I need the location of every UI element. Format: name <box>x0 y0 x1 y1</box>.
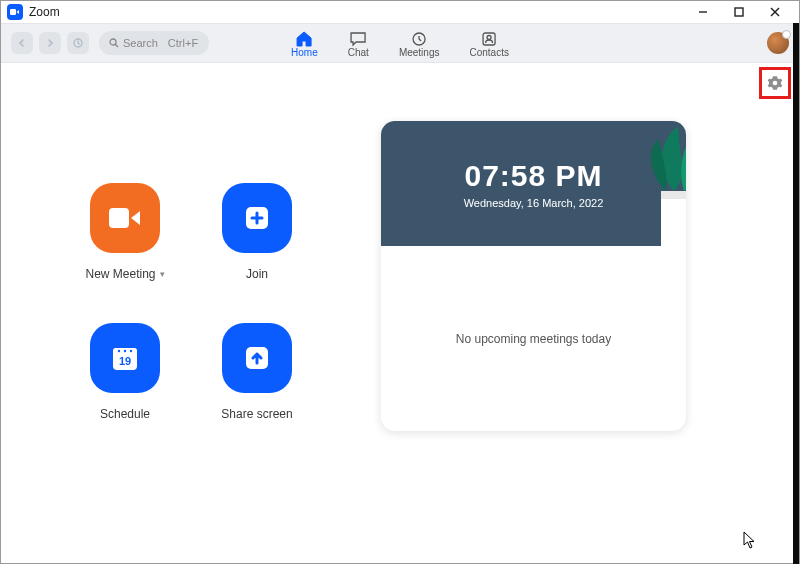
home-icon <box>295 31 313 47</box>
plant-decoration <box>606 121 686 246</box>
tab-contacts-label: Contacts <box>469 47 508 58</box>
tab-chat[interactable]: Chat <box>348 24 369 62</box>
forward-button[interactable] <box>39 32 61 54</box>
clock-icon <box>410 31 428 47</box>
svg-point-16 <box>124 350 126 352</box>
svg-point-17 <box>130 350 132 352</box>
new-meeting-label: New Meeting <box>85 267 155 281</box>
svg-rect-0 <box>10 9 16 15</box>
arrow-up-icon <box>242 343 272 373</box>
search-placeholder: Search <box>123 37 158 49</box>
tab-meetings[interactable]: Meetings <box>399 24 440 62</box>
clock-date: Wednesday, 16 March, 2022 <box>464 197 604 209</box>
upcoming-body: No upcoming meetings today <box>381 246 686 431</box>
close-button[interactable] <box>757 1 793 23</box>
cursor-icon <box>743 531 757 549</box>
contacts-icon <box>480 31 498 47</box>
video-icon <box>108 205 142 231</box>
share-screen-button[interactable] <box>222 323 292 393</box>
window-shadow <box>793 23 799 564</box>
new-meeting-button[interactable] <box>90 183 160 253</box>
chat-icon <box>349 31 367 47</box>
join-label: Join <box>246 267 268 281</box>
gear-icon[interactable] <box>767 75 783 91</box>
toolbar: Search Ctrl+F Home Chat Meetings Contact… <box>1 23 799 63</box>
minimize-button[interactable] <box>685 1 721 23</box>
svg-point-10 <box>487 35 491 39</box>
upcoming-text: No upcoming meetings today <box>456 332 611 346</box>
zoom-app-icon <box>7 4 23 20</box>
tab-meetings-label: Meetings <box>399 47 440 58</box>
avatar[interactable] <box>767 32 789 54</box>
titlebar: Zoom <box>1 1 799 23</box>
upcoming-card: 07:58 PM Wednesday, 16 March, 2022 No up… <box>381 121 686 431</box>
app-title: Zoom <box>29 5 60 19</box>
tab-chat-label: Chat <box>348 47 369 58</box>
svg-rect-21 <box>661 191 686 199</box>
clock-time: 07:58 PM <box>464 159 602 193</box>
chevron-down-icon[interactable]: ▾ <box>160 269 165 279</box>
join-button[interactable] <box>222 183 292 253</box>
svg-line-7 <box>115 44 118 47</box>
back-button[interactable] <box>11 32 33 54</box>
svg-point-15 <box>118 350 120 352</box>
maximize-button[interactable] <box>721 1 757 23</box>
settings-highlight <box>759 67 791 99</box>
svg-rect-20 <box>661 191 686 246</box>
svg-point-6 <box>110 39 116 45</box>
search-icon <box>109 38 119 48</box>
tab-contacts[interactable]: Contacts <box>469 24 508 62</box>
svg-rect-11 <box>109 208 129 228</box>
search-shortcut: Ctrl+F <box>168 37 198 49</box>
history-button[interactable] <box>67 32 89 54</box>
schedule-button[interactable]: 19 <box>90 323 160 393</box>
share-screen-label: Share screen <box>221 407 292 421</box>
card-header: 07:58 PM Wednesday, 16 March, 2022 <box>381 121 686 246</box>
action-grid: New Meeting ▾ Join 19 Schedule <box>1 63 381 563</box>
tab-home[interactable]: Home <box>291 24 318 62</box>
calendar-icon: 19 <box>109 342 141 374</box>
schedule-label: Schedule <box>100 407 150 421</box>
main-panel: New Meeting ▾ Join 19 Schedule <box>1 63 799 563</box>
tab-home-label: Home <box>291 47 318 58</box>
plus-icon <box>242 203 272 233</box>
search-input[interactable]: Search Ctrl+F <box>99 31 209 55</box>
svg-rect-2 <box>735 8 743 16</box>
svg-text:19: 19 <box>119 355 131 367</box>
